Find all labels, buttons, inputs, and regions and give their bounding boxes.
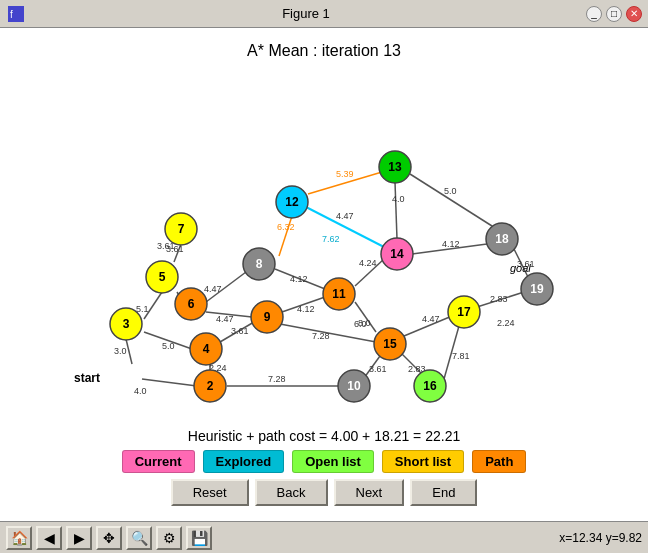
pan-button[interactable]: ✥ xyxy=(96,526,122,550)
close-button[interactable]: ✕ xyxy=(626,6,642,22)
svg-text:2: 2 xyxy=(207,379,214,393)
legend-shortlist: Short list xyxy=(382,450,464,473)
svg-text:19: 19 xyxy=(530,282,544,296)
svg-text:7.81: 7.81 xyxy=(452,351,470,361)
svg-text:5.0: 5.0 xyxy=(444,186,457,196)
svg-line-3 xyxy=(126,339,132,364)
svg-text:14: 14 xyxy=(390,247,404,261)
svg-text:4.47: 4.47 xyxy=(216,314,234,324)
chart-title: A* Mean : iteration 13 xyxy=(0,28,648,64)
svg-text:8.0: 8.0 xyxy=(358,318,371,328)
svg-text:9: 9 xyxy=(264,310,271,324)
back-button[interactable]: Back xyxy=(255,479,328,506)
svg-text:4.47: 4.47 xyxy=(204,284,222,294)
svg-text:f: f xyxy=(10,9,13,20)
back-nav-button[interactable]: ◀ xyxy=(36,526,62,550)
legend-explored: Explored xyxy=(203,450,285,473)
home-button[interactable]: 🏠 xyxy=(6,526,32,550)
toolbar: 🏠 ◀ ▶ ✥ 🔍 ⚙ 💾 x=12.34 y=9.82 xyxy=(0,521,648,553)
svg-text:17: 17 xyxy=(457,305,471,319)
end-button[interactable]: End xyxy=(410,479,477,506)
legend-openlist: Open list xyxy=(292,450,374,473)
legend-current: Current xyxy=(122,450,195,473)
svg-text:start: start xyxy=(74,371,100,385)
reset-button[interactable]: Reset xyxy=(171,479,249,506)
svg-text:3: 3 xyxy=(123,317,130,331)
window-controls: _ □ ✕ xyxy=(586,6,642,22)
maximize-button[interactable]: □ xyxy=(606,6,622,22)
svg-text:4: 4 xyxy=(203,342,210,356)
svg-line-22 xyxy=(410,174,492,226)
svg-text:7: 7 xyxy=(178,222,185,236)
svg-line-2 xyxy=(142,379,197,386)
toolbar-left: 🏠 ◀ ▶ ✥ 🔍 ⚙ 💾 xyxy=(6,526,212,550)
svg-text:13: 13 xyxy=(388,160,402,174)
svg-text:18: 18 xyxy=(495,232,509,246)
svg-text:4.47: 4.47 xyxy=(336,211,354,221)
heuristic-text: Heuristic + path cost = 4.00 + 18.21 = 2… xyxy=(8,428,640,444)
svg-text:2.24: 2.24 xyxy=(497,318,515,328)
svg-text:4.47: 4.47 xyxy=(422,314,440,324)
buttons-row: Reset Back Next End xyxy=(8,479,640,506)
svg-line-21 xyxy=(395,182,397,239)
bottom-area: Heuristic + path cost = 4.00 + 18.21 = 2… xyxy=(0,424,648,506)
legend-row: Current Explored Open list Short list Pa… xyxy=(8,450,640,473)
svg-text:goal: goal xyxy=(510,262,531,274)
svg-text:7.28: 7.28 xyxy=(268,374,286,384)
svg-text:5.0: 5.0 xyxy=(162,341,175,351)
graph-area: 4.0 3.0 5.1 5.0 3.61 2.24 4.47 4.47 3.61… xyxy=(0,64,648,424)
forward-nav-button[interactable]: ▶ xyxy=(66,526,92,550)
svg-text:4.12: 4.12 xyxy=(297,304,315,314)
svg-text:4.12: 4.12 xyxy=(442,239,460,249)
svg-text:3.61: 3.61 xyxy=(369,364,387,374)
titlebar: f Figure 1 _ □ ✕ xyxy=(0,0,648,28)
legend-path: Path xyxy=(472,450,526,473)
svg-text:4.24: 4.24 xyxy=(359,258,377,268)
svg-text:4.0: 4.0 xyxy=(392,194,405,204)
svg-text:11: 11 xyxy=(332,287,346,301)
svg-text:4.12: 4.12 xyxy=(290,274,308,284)
svg-text:6: 6 xyxy=(188,297,195,311)
svg-text:16: 16 xyxy=(423,379,437,393)
graph-svg: 4.0 3.0 5.1 5.0 3.61 2.24 4.47 4.47 3.61… xyxy=(14,64,634,419)
save-button[interactable]: 💾 xyxy=(186,526,212,550)
svg-text:3.61: 3.61 xyxy=(231,326,249,336)
svg-text:3.61: 3.61 xyxy=(157,241,175,251)
svg-text:7.62: 7.62 xyxy=(322,234,340,244)
svg-text:5: 5 xyxy=(159,270,166,284)
settings-button[interactable]: ⚙ xyxy=(156,526,182,550)
svg-text:7.28: 7.28 xyxy=(312,331,330,341)
app-icon: f xyxy=(6,4,26,24)
minimize-button[interactable]: _ xyxy=(586,6,602,22)
svg-text:4.0: 4.0 xyxy=(134,386,147,396)
next-button[interactable]: Next xyxy=(334,479,405,506)
svg-text:2.83: 2.83 xyxy=(490,294,508,304)
svg-text:10: 10 xyxy=(347,379,361,393)
main-content: A* Mean : iteration 13 xyxy=(0,28,648,521)
svg-text:12: 12 xyxy=(285,195,299,209)
svg-text:5.39: 5.39 xyxy=(336,169,354,179)
svg-text:3.0: 3.0 xyxy=(114,346,127,356)
zoom-button[interactable]: 🔍 xyxy=(126,526,152,550)
svg-text:6.32: 6.32 xyxy=(277,222,295,232)
svg-text:8: 8 xyxy=(256,257,263,271)
svg-text:15: 15 xyxy=(383,337,397,351)
toolbar-coords: x=12.34 y=9.82 xyxy=(559,531,642,545)
window-title: Figure 1 xyxy=(26,6,586,21)
